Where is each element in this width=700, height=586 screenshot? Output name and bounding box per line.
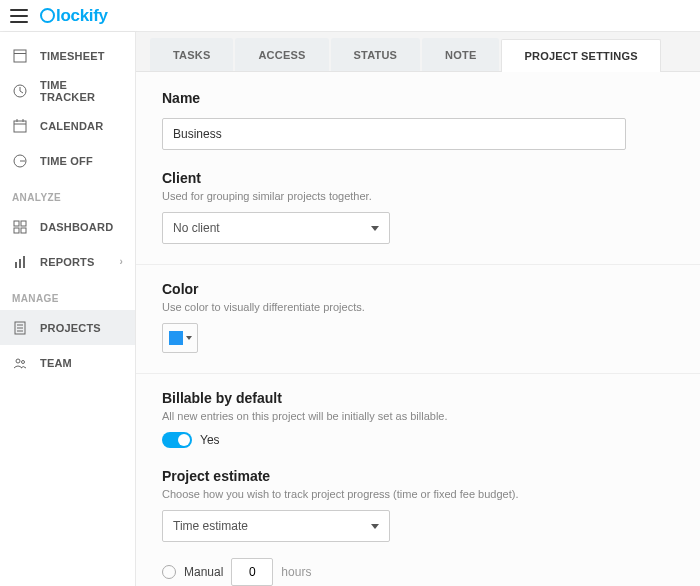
estimate-help: Choose how you wish to track project pro… (162, 488, 674, 500)
sidebar-item-timesheet[interactable]: TIMESHEET (0, 38, 135, 73)
svg-point-20 (22, 360, 25, 363)
chevron-down-icon (186, 336, 192, 340)
timeoff-icon (12, 153, 28, 169)
billable-label: Billable by default (162, 390, 674, 406)
svg-rect-8 (14, 221, 19, 226)
billable-toggle-label: Yes (200, 433, 220, 447)
name-input[interactable] (162, 118, 626, 150)
sidebar-item-calendar[interactable]: CALENDAR (0, 108, 135, 143)
sidebar-item-team[interactable]: TEAM (0, 345, 135, 380)
chevron-right-icon: › (119, 256, 123, 267)
color-swatch (169, 331, 183, 345)
billable-toggle[interactable] (162, 432, 192, 448)
estimate-label: Project estimate (162, 468, 674, 484)
estimate-manual-label: Manual (184, 565, 223, 579)
tab-access[interactable]: ACCESS (235, 38, 328, 71)
app-logo: lockify (40, 6, 108, 26)
tab-project-settings[interactable]: PROJECT SETTINGS (501, 39, 660, 72)
tab-note[interactable]: NOTE (422, 38, 499, 71)
color-help: Use color to visually differentiate proj… (162, 301, 674, 313)
svg-rect-10 (14, 228, 19, 233)
team-icon (12, 355, 28, 371)
clock-icon (40, 8, 55, 23)
name-label: Name (162, 90, 674, 106)
svg-rect-12 (15, 262, 17, 268)
svg-rect-3 (14, 121, 26, 132)
sidebar-section-analyze: ANALYZE (0, 178, 135, 209)
estimate-select[interactable]: Time estimate (162, 510, 390, 542)
dashboard-icon (12, 219, 28, 235)
clock-icon (12, 83, 28, 99)
svg-rect-11 (21, 228, 26, 233)
reports-icon (12, 254, 28, 270)
sidebar-section-manage: MANAGE (0, 279, 135, 310)
projects-icon (12, 320, 28, 336)
sidebar-item-dashboard[interactable]: DASHBOARD (0, 209, 135, 244)
estimate-manual-unit: hours (281, 565, 311, 579)
sidebar-item-projects[interactable]: PROJECTS (0, 310, 135, 345)
color-picker[interactable] (162, 323, 198, 353)
client-help: Used for grouping similar projects toget… (162, 190, 674, 202)
sidebar-item-time-off[interactable]: TIME OFF (0, 143, 135, 178)
sidebar-item-time-tracker[interactable]: TIME TRACKER (0, 73, 135, 108)
tab-status[interactable]: STATUS (331, 38, 421, 71)
svg-point-19 (16, 359, 20, 363)
tab-tasks[interactable]: TASKS (150, 38, 233, 71)
svg-rect-13 (19, 259, 21, 268)
client-select[interactable]: No client (162, 212, 390, 244)
billable-help: All new entries on this project will be … (162, 410, 674, 422)
chevron-down-icon (371, 524, 379, 529)
chevron-down-icon (371, 226, 379, 231)
svg-rect-14 (23, 256, 25, 268)
timesheet-icon (12, 48, 28, 64)
calendar-icon (12, 118, 28, 134)
estimate-manual-input[interactable] (231, 558, 273, 586)
svg-rect-9 (21, 221, 26, 226)
tab-bar: TASKS ACCESS STATUS NOTE PROJECT SETTING… (136, 32, 700, 72)
svg-rect-1 (14, 53, 26, 54)
estimate-manual-radio[interactable] (162, 565, 176, 579)
sidebar-item-reports[interactable]: REPORTS › (0, 244, 135, 279)
sidebar: TIMESHEET TIME TRACKER CALENDAR TIME OFF… (0, 32, 136, 586)
client-label: Client (162, 170, 674, 186)
svg-rect-0 (14, 50, 26, 62)
color-label: Color (162, 281, 674, 297)
menu-icon[interactable] (10, 9, 28, 23)
